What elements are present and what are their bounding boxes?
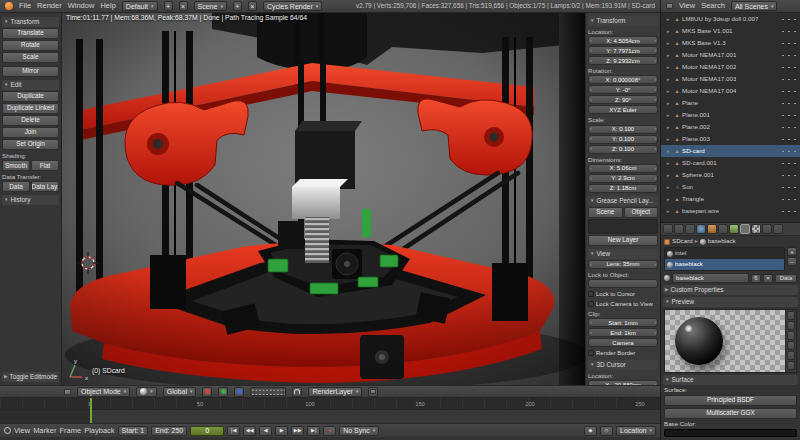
- snap-toggle[interactable]: [292, 387, 302, 397]
- outliner-item[interactable]: ▸▲SD-card.001: [661, 157, 800, 169]
- outliner-item[interactable]: ▸▲Plane: [661, 97, 800, 109]
- jump-to-start-button[interactable]: |◀: [227, 426, 240, 436]
- rotation-y-field[interactable]: Y: -0°: [588, 85, 658, 94]
- tab-render[interactable]: [663, 224, 673, 234]
- outliner-item[interactable]: ▸▲Plane.003: [661, 133, 800, 145]
- preview-sphere-button[interactable]: [787, 321, 795, 330]
- scale-x-field[interactable]: X: 0.100: [588, 125, 658, 134]
- blender-logo-icon[interactable]: [5, 2, 13, 10]
- visibility-toggles[interactable]: [781, 65, 797, 70]
- render-border-row[interactable]: Render Border: [588, 348, 658, 357]
- expand-icon[interactable]: ▸: [667, 77, 672, 82]
- scale-button[interactable]: Scale: [2, 52, 59, 63]
- location-x-field[interactable]: X: 4.5054cm: [588, 36, 658, 45]
- visibility-toggles[interactable]: [781, 41, 797, 46]
- manipulator-scale-toggle[interactable]: [234, 387, 244, 397]
- tab-modifiers[interactable]: [718, 224, 728, 234]
- redo-panel-header[interactable]: Toggle Editmode: [2, 372, 59, 382]
- outliner-editor-icon[interactable]: [666, 3, 673, 9]
- panel-header-edit[interactable]: Edit: [2, 80, 59, 90]
- outliner-item[interactable]: ▸▲Plane.001: [661, 109, 800, 121]
- panel-header-custom-properties[interactable]: Custom Properties: [663, 285, 798, 295]
- layers-widget[interactable]: [250, 387, 286, 396]
- timeline-editor-icon[interactable]: [4, 427, 11, 434]
- outliner-menu-search[interactable]: Search: [701, 2, 725, 10]
- expand-icon[interactable]: ▸: [667, 41, 672, 46]
- record-button[interactable]: ●: [323, 426, 336, 436]
- outliner-menu-view[interactable]: View: [679, 2, 695, 10]
- expand-icon[interactable]: ▸: [667, 161, 672, 166]
- render-engine-select[interactable]: Cycles Render: [263, 1, 322, 11]
- expand-icon[interactable]: ▸: [667, 197, 672, 202]
- manipulator-rotate-toggle[interactable]: [218, 387, 228, 397]
- material-slot[interactable]: intel: [665, 248, 784, 259]
- preview-flat-button[interactable]: [787, 311, 795, 320]
- play-button[interactable]: ▶: [275, 426, 288, 436]
- expand-icon[interactable]: ▸: [667, 101, 672, 106]
- visibility-toggles[interactable]: [781, 53, 797, 58]
- data-layout-button[interactable]: Data Lay.: [31, 181, 59, 192]
- outliner-item[interactable]: ▸▲basepart.wire: [661, 205, 800, 217]
- visibility-toggles[interactable]: [781, 161, 797, 166]
- breadcrumb-object[interactable]: SDcard: [672, 238, 693, 244]
- transform-orientation-select[interactable]: Global: [163, 387, 197, 397]
- dimension-z-field[interactable]: Z: 1.18cm: [588, 184, 658, 193]
- expand-icon[interactable]: ▸: [667, 29, 672, 34]
- tab-object-data[interactable]: [729, 224, 739, 234]
- tab-physics[interactable]: [773, 224, 783, 234]
- translate-button[interactable]: Translate: [2, 28, 59, 39]
- preview-world-button[interactable]: [787, 361, 795, 370]
- mode-select[interactable]: Object Mode: [77, 387, 130, 397]
- visibility-toggles[interactable]: [781, 149, 797, 154]
- remove-slot-button[interactable]: −: [787, 257, 797, 266]
- delete-scene-button[interactable]: ×: [248, 1, 257, 11]
- duplicate-linked-button[interactable]: Duplicate Linked: [2, 103, 59, 114]
- expand-icon[interactable]: ▸: [667, 17, 672, 22]
- frame-start-field[interactable]: Start: 1: [118, 426, 149, 436]
- lock-camera-checkbox[interactable]: [588, 301, 594, 307]
- preview-cube-button[interactable]: [787, 331, 795, 340]
- timeline-menu-marker[interactable]: Marker: [33, 427, 56, 435]
- material-browse-icon[interactable]: [664, 275, 670, 281]
- expand-icon[interactable]: ▸: [667, 149, 672, 154]
- visibility-toggles[interactable]: [781, 185, 797, 190]
- delete-button[interactable]: Delete: [2, 115, 59, 126]
- add-slot-button[interactable]: +: [787, 247, 797, 256]
- panel-header-transform[interactable]: Transform: [2, 17, 59, 27]
- tab-particles[interactable]: [762, 224, 772, 234]
- keyframe-delete-icon[interactable]: ◇: [600, 426, 613, 436]
- visibility-toggles[interactable]: [781, 197, 797, 202]
- tab-object[interactable]: [707, 224, 717, 234]
- outliner-display-mode-select[interactable]: All Scenes: [731, 1, 778, 11]
- expand-icon[interactable]: ▸: [667, 65, 672, 70]
- local-camera-field[interactable]: Camera: [588, 338, 658, 347]
- material-users-count[interactable]: 6: [751, 274, 761, 283]
- distribution-select[interactable]: Multiscatter GGX: [664, 408, 797, 419]
- prev-keyframe-button[interactable]: ◀◀: [243, 426, 256, 436]
- menu-render[interactable]: Render: [37, 2, 62, 10]
- frame-end-field[interactable]: End: 250: [151, 426, 187, 436]
- material-name-field[interactable]: baseblack: [672, 273, 749, 283]
- visibility-toggles[interactable]: [781, 209, 797, 214]
- location-y-field[interactable]: Y: 7.7971cm: [588, 46, 658, 55]
- material-link-select[interactable]: Data: [775, 274, 797, 283]
- panel-header-3d-cursor[interactable]: 3D Cursor: [588, 360, 658, 370]
- lock-camera-row[interactable]: Lock Camera to View: [588, 299, 658, 308]
- menu-window[interactable]: Window: [68, 2, 95, 10]
- scale-y-field[interactable]: Y: 0.100: [588, 135, 658, 144]
- editor-type-icon[interactable]: [64, 389, 71, 395]
- clip-start-field[interactable]: Start: 1mm: [588, 318, 658, 327]
- tab-render-layers[interactable]: [674, 224, 684, 234]
- mirror-button[interactable]: Mirror: [2, 66, 59, 77]
- duplicate-button[interactable]: Duplicate: [2, 91, 59, 102]
- outliner-item[interactable]: ▸▲MKS Base V1.001: [661, 25, 800, 37]
- expand-icon[interactable]: ▸: [667, 173, 672, 178]
- rotate-button[interactable]: Rotate: [2, 40, 59, 51]
- keying-set-select[interactable]: Location: [616, 426, 656, 436]
- base-color-swatch[interactable]: [664, 429, 797, 437]
- expand-icon[interactable]: ▸: [667, 137, 672, 142]
- panel-header-transform-n[interactable]: Transform: [588, 16, 658, 26]
- manipulator-translate-toggle[interactable]: [202, 387, 212, 397]
- next-keyframe-button[interactable]: ▶▶: [291, 426, 304, 436]
- visibility-toggles[interactable]: [781, 113, 797, 118]
